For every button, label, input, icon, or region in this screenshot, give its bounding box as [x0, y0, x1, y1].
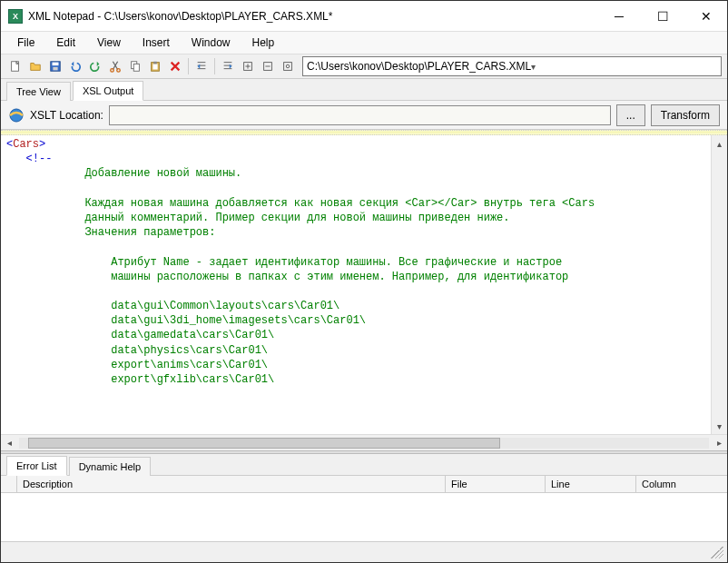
app-window: X XML Notepad - C:\Users\konov\Desktop\P…: [0, 0, 728, 563]
menu-edit[interactable]: Edit: [47, 34, 84, 52]
menu-view[interactable]: View: [88, 34, 130, 52]
scroll-track[interactable]: [19, 438, 709, 449]
separator-icon: [188, 58, 189, 74]
svg-rect-9: [152, 64, 157, 69]
path-value: C:\Users\konov\Desktop\PLAYER_CARS.XML: [307, 60, 531, 73]
delete-icon[interactable]: [166, 57, 184, 75]
find-icon[interactable]: [279, 57, 297, 75]
content-area: <Cars> <!-- Добавление новой машины. Каж…: [1, 130, 727, 450]
bottom-tabs: Error List Dynamic Help: [1, 454, 727, 475]
scroll-down-icon[interactable]: ▾: [712, 418, 727, 434]
cut-icon[interactable]: [106, 57, 124, 75]
view-tabs: Tree View XSL Output: [1, 79, 727, 101]
copy-icon[interactable]: [126, 57, 144, 75]
svg-point-15: [10, 109, 23, 122]
indent-icon[interactable]: [219, 57, 237, 75]
scroll-up-icon[interactable]: ▴: [712, 135, 727, 152]
outdent-icon[interactable]: [192, 57, 211, 75]
redo-icon[interactable]: [86, 57, 104, 75]
svg-point-5: [117, 69, 121, 73]
col-line[interactable]: Line: [546, 476, 636, 492]
ie-icon: [8, 107, 25, 123]
titlebar: X XML Notepad - C:\Users\konov\Desktop\P…: [1, 1, 727, 32]
svg-rect-10: [153, 62, 157, 64]
close-button[interactable]: ✕: [693, 7, 720, 25]
open-file-icon[interactable]: [26, 57, 44, 75]
menu-insert[interactable]: Insert: [133, 34, 179, 52]
xslt-location-input[interactable]: [109, 105, 611, 125]
paste-icon[interactable]: [146, 57, 164, 75]
horizontal-scrollbar[interactable]: ◂ ▸: [1, 434, 727, 450]
window-title: XML Notepad - C:\Users\konov\Desktop\PLA…: [28, 10, 605, 23]
scroll-right-icon[interactable]: ▸: [711, 435, 727, 450]
menubar: File Edit View Insert Window Help: [1, 32, 727, 54]
dropdown-icon[interactable]: ▾: [531, 62, 717, 72]
path-combobox[interactable]: C:\Users\konov\Desktop\PLAYER_CARS.XML ▾: [302, 56, 722, 76]
tab-error-list[interactable]: Error List: [6, 456, 67, 476]
tab-xsl-output[interactable]: XSL Output: [73, 81, 143, 101]
svg-point-4: [111, 69, 114, 73]
collapse-icon[interactable]: [259, 57, 277, 75]
svg-rect-3: [53, 67, 57, 71]
code-view[interactable]: <Cars> <!-- Добавление новой машины. Каж…: [1, 135, 727, 434]
window-controls: ─ ☐ ✕: [605, 7, 720, 25]
scroll-thumb[interactable]: [28, 438, 500, 449]
toolbar: C:\Users\konov\Desktop\PLAYER_CARS.XML ▾: [1, 54, 727, 79]
menu-file[interactable]: File: [8, 34, 44, 52]
new-file-icon[interactable]: [6, 57, 25, 75]
separator-icon: [214, 58, 215, 74]
col-column[interactable]: Column: [636, 476, 727, 492]
menu-window[interactable]: Window: [182, 34, 240, 52]
code-pane: <Cars> <!-- Добавление новой машины. Каж…: [1, 130, 727, 434]
undo-icon[interactable]: [66, 57, 84, 75]
xslt-location-label: XSLT Location:: [30, 109, 103, 122]
svg-rect-2: [53, 63, 59, 66]
col-icon[interactable]: [1, 476, 17, 492]
menu-help[interactable]: Help: [243, 34, 284, 52]
browse-button[interactable]: ...: [616, 104, 645, 126]
tab-dynamic-help[interactable]: Dynamic Help: [69, 457, 151, 476]
svg-rect-13: [284, 63, 292, 71]
resize-grip-icon[interactable]: [711, 546, 723, 558]
app-icon: X: [8, 9, 23, 24]
statusbar: [1, 542, 727, 562]
col-description[interactable]: Description: [17, 476, 446, 492]
maximize-button[interactable]: ☐: [649, 7, 676, 25]
scroll-left-icon[interactable]: ◂: [1, 435, 17, 450]
save-icon[interactable]: [46, 57, 64, 75]
tab-tree-view[interactable]: Tree View: [6, 82, 71, 101]
error-grid-body: [1, 493, 727, 542]
transform-button[interactable]: Transform: [651, 104, 720, 126]
vertical-scrollbar[interactable]: ▴ ▾: [711, 135, 727, 434]
svg-point-14: [286, 64, 290, 68]
col-file[interactable]: File: [446, 476, 546, 492]
minimize-button[interactable]: ─: [605, 7, 633, 25]
expand-icon[interactable]: [239, 57, 257, 75]
svg-rect-7: [133, 64, 139, 71]
xslt-bar: XSLT Location: ... Transform: [1, 101, 727, 130]
error-grid-header: Description File Line Column: [1, 475, 727, 493]
